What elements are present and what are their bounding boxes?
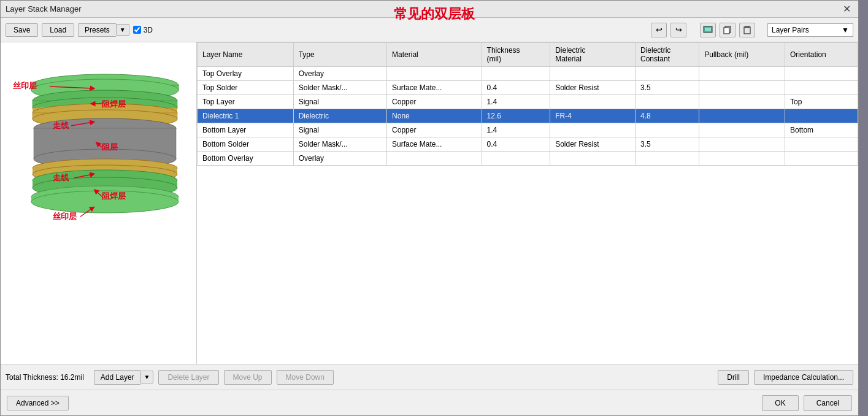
table-cell: Copper (387, 95, 482, 109)
presets-button[interactable]: Presets (78, 23, 116, 37)
table-cell (550, 95, 636, 109)
col-dielectric-material: DielectricMaterial (550, 43, 636, 67)
table-cell: Dielectric 1 (198, 109, 294, 123)
content-area: 丝印层 阻焊层 走线 阻层 走线 阻焊层 (1, 42, 858, 364)
load-button[interactable]: Load (42, 23, 74, 37)
col-orientation: Orientation (785, 43, 858, 67)
paste-button[interactable] (739, 23, 755, 37)
table-cell (699, 81, 785, 95)
table-cell: Signal (293, 95, 386, 109)
3d-checkbox[interactable] (133, 26, 141, 34)
3d-label: 3D (144, 26, 153, 34)
import-button[interactable] (700, 23, 716, 37)
table-cell (699, 67, 785, 81)
table-cell (550, 123, 636, 137)
table-cell (785, 81, 858, 95)
table-cell: Surface Mate... (387, 137, 482, 152)
table-cell (550, 152, 636, 166)
add-layer-dropdown-button[interactable]: ▼ (140, 371, 154, 383)
table-cell (482, 152, 550, 166)
table-cell (785, 67, 858, 81)
cancel-button[interactable]: Cancel (804, 395, 852, 411)
close-button[interactable]: ✕ (840, 4, 853, 14)
copy-button[interactable] (720, 23, 735, 37)
table-cell (482, 67, 550, 81)
undo-button[interactable]: ↩ (651, 23, 667, 37)
drill-button[interactable]: Drill (718, 370, 749, 385)
table-cell: 3.5 (635, 137, 699, 152)
svg-rect-5 (744, 27, 750, 34)
table-cell (635, 152, 699, 166)
table-cell (699, 95, 785, 109)
table-cell (699, 137, 785, 152)
table-cell: 1.4 (482, 123, 550, 137)
pcb-diagram: 丝印层 阻焊层 走线 阻层 走线 阻焊层 (7, 48, 185, 312)
table-row[interactable]: Dielectric 1DielectricNone12.6FR-44.8 (198, 109, 858, 123)
table-cell: 12.6 (482, 109, 550, 123)
move-up-button[interactable]: Move Up (224, 370, 272, 385)
table-cell (699, 152, 785, 166)
presets-dropdown-button[interactable]: ▼ (116, 24, 129, 36)
table-cell: Solder Resist (550, 81, 636, 95)
svg-rect-3 (724, 28, 729, 34)
footer-bar: Advanced >> OK Cancel (1, 390, 858, 415)
table-header-row: Layer Name Type Material Thickness(mil) … (198, 43, 858, 67)
annotation-core: 阻层 (102, 142, 118, 152)
table-cell: Top Solder (198, 81, 294, 95)
table-cell: Bottom (785, 123, 858, 137)
move-down-button[interactable]: Move Down (277, 370, 334, 385)
col-material: Material (387, 43, 482, 67)
table-cell: 4.8 (635, 109, 699, 123)
table-cell (785, 109, 858, 123)
table-row[interactable]: Top LayerSignalCopper1.4Top (198, 95, 858, 109)
redo-button[interactable]: ↪ (670, 23, 686, 37)
table-cell: 1.4 (482, 95, 550, 109)
layer-pairs-select[interactable]: Layer Pairs ▼ (767, 23, 853, 37)
3d-checkbox-label[interactable]: 3D (133, 26, 153, 34)
table-cell: 3.5 (635, 81, 699, 95)
table-cell: Bottom Overlay (198, 152, 294, 166)
table-row[interactable]: Top OverlayOverlay (198, 67, 858, 81)
table-cell (785, 152, 858, 166)
table-row[interactable]: Bottom SolderSolder Mask/...Surface Mate… (198, 137, 858, 152)
table-cell (387, 67, 482, 81)
svg-rect-1 (705, 28, 711, 31)
table-cell (699, 109, 785, 123)
right-panel: Layer Name Type Material Thickness(mil) … (197, 42, 858, 364)
layer-pairs-label: Layer Pairs (772, 26, 809, 34)
save-button[interactable]: Save (6, 23, 38, 37)
table-row[interactable]: Bottom LayerSignalCopper1.4Bottom (198, 123, 858, 137)
delete-layer-button[interactable]: Delete Layer (158, 370, 218, 385)
annotation-solder-bottom: 阻焊层 (102, 191, 126, 201)
table-cell: 0.4 (482, 137, 550, 152)
table-row[interactable]: Bottom OverlayOverlay (198, 152, 858, 166)
table-cell: Surface Mate... (387, 81, 482, 95)
table-cell: Solder Resist (550, 137, 636, 152)
presets-group: Presets ▼ (78, 23, 129, 37)
table-cell: Top Layer (198, 95, 294, 109)
annotation-trace-top: 走线 (52, 121, 69, 130)
toolbar: Save Load Presets ▼ 3D ↩ ↪ Layer Pairs ▼ (1, 18, 858, 42)
advanced-button[interactable]: Advanced >> (7, 396, 69, 410)
annotation-solder-top: 阻焊层 (102, 99, 126, 109)
col-pullback: Pullback (mil) (699, 43, 785, 67)
table-cell: Bottom Solder (198, 137, 294, 152)
annotation-silk-bottom: 丝印层 (53, 212, 77, 221)
table-cell: FR-4 (550, 109, 636, 123)
table-cell: Signal (293, 123, 386, 137)
impedance-button[interactable]: Impedance Calculation... (754, 370, 853, 385)
layer-pairs-arrow-icon: ▼ (842, 26, 849, 34)
table-cell: Solder Mask/... (293, 81, 386, 95)
table-cell (635, 67, 699, 81)
table-row[interactable]: Top SolderSolder Mask/...Surface Mate...… (198, 81, 858, 95)
col-dielectric-constant: DielectricConstant (635, 43, 699, 67)
left-panel: 丝印层 阻焊层 走线 阻层 走线 阻焊层 (1, 42, 197, 364)
col-thickness: Thickness(mil) (482, 43, 550, 67)
annotation-trace-bottom: 走线 (52, 173, 69, 182)
table-cell (635, 123, 699, 137)
total-thickness-label: Total Thickness: 16.2mil (6, 373, 84, 382)
bottom-bar: Total Thickness: 16.2mil Add Layer ▼ Del… (1, 364, 858, 390)
ok-button[interactable]: OK (762, 395, 798, 411)
layer-table: Layer Name Type Material Thickness(mil) … (197, 42, 858, 166)
add-layer-button[interactable]: Add Layer (94, 370, 140, 385)
